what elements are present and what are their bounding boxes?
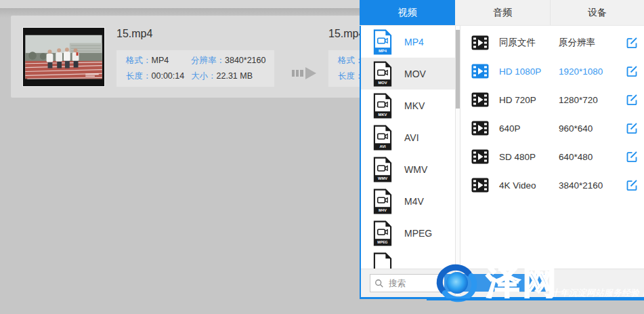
size-label: 大小： bbox=[191, 71, 217, 81]
svg-text:MKV: MKV bbox=[379, 113, 387, 117]
edit-icon[interactable] bbox=[625, 121, 639, 135]
avi-file-icon: AVI bbox=[372, 124, 393, 151]
resolution-name: SD 480P bbox=[499, 152, 559, 162]
format-item-wmv[interactable]: WMV WMV bbox=[361, 153, 455, 185]
resolution-name: 同原文件 bbox=[499, 37, 559, 49]
output-format-panel: 视频 音频 设备 MP4 MP4 bbox=[360, 0, 644, 299]
film-icon bbox=[471, 35, 489, 50]
film-icon bbox=[471, 92, 489, 107]
format-item-label: MKV bbox=[404, 100, 425, 111]
resolution-name: 4K Video bbox=[499, 180, 559, 191]
format-tabbar: 视频 音频 设备 bbox=[360, 0, 644, 26]
mpeg-file-icon: MPEG bbox=[372, 220, 393, 247]
resolution-name: HD 720P bbox=[499, 95, 559, 105]
thumbnail-scene-students-on-track bbox=[23, 28, 104, 86]
svg-text:WMV: WMV bbox=[378, 176, 387, 180]
format-item-label: M4V bbox=[404, 196, 424, 207]
format-item-label: AVI bbox=[404, 132, 419, 143]
source-format: 格式：MP4 bbox=[126, 53, 191, 68]
format-list-scrollbar[interactable] bbox=[455, 26, 460, 295]
edit-icon[interactable] bbox=[625, 64, 639, 78]
format-item-avi[interactable]: AVI AVI bbox=[361, 121, 455, 153]
format-list: MP4 MP4 MOV MOV bbox=[361, 26, 455, 269]
mp4-file-icon: MP4 bbox=[372, 28, 393, 56]
svg-text:MP4: MP4 bbox=[379, 49, 387, 53]
duration-value: 00:00:14 bbox=[152, 71, 185, 81]
source-duration: 长度：00:00:14 bbox=[126, 68, 191, 84]
search-icon bbox=[374, 279, 384, 288]
edit-icon[interactable] bbox=[625, 93, 639, 106]
resolution-list: 同原文件 原分辨率 HD 1080P 1920*1080 bbox=[460, 26, 644, 269]
mkv-file-icon: MKV bbox=[372, 92, 393, 119]
format-item-mov[interactable]: MOV MOV bbox=[361, 58, 455, 90]
film-icon bbox=[471, 121, 489, 136]
duration-label: 长度： bbox=[126, 71, 152, 81]
svg-text:AVI: AVI bbox=[379, 144, 386, 149]
edit-icon[interactable] bbox=[625, 178, 639, 192]
resolution-value: 1280*720 bbox=[559, 95, 621, 105]
edit-icon[interactable] bbox=[625, 150, 639, 163]
resolution-name: HD 1080P bbox=[499, 66, 559, 77]
format-search[interactable] bbox=[370, 274, 443, 292]
edit-icon[interactable] bbox=[625, 36, 639, 50]
resolution-option-640p[interactable]: 640P 960*640 bbox=[460, 114, 644, 142]
resolution-label: 分辨率： bbox=[191, 56, 225, 65]
resolution-option-hd720p[interactable]: HD 720P 1280*720 bbox=[460, 85, 644, 114]
resolution-value: 1920*1080 bbox=[559, 66, 621, 77]
format-label: 格式： bbox=[126, 56, 152, 65]
resolution-value: 原分辨率 bbox=[559, 37, 621, 49]
app-window: 15.mp4 格式：MP4 分辨率：3840*2160 长度：00:00:14 … bbox=[0, 0, 644, 314]
format-item-partial[interactable] bbox=[361, 249, 455, 269]
resolution-value: 960*640 bbox=[559, 123, 621, 134]
source-size: 大小：22.31 MB bbox=[191, 68, 274, 84]
format-value: MP4 bbox=[152, 56, 169, 65]
wmv-file-icon: WMV bbox=[372, 156, 393, 183]
film-icon bbox=[471, 64, 489, 79]
mov-file-icon: MOV bbox=[372, 60, 393, 87]
format-item-label: MP4 bbox=[404, 37, 424, 47]
svg-text:MPEG: MPEG bbox=[377, 240, 387, 244]
film-icon bbox=[471, 178, 489, 193]
size-value: 22.31 MB bbox=[217, 71, 253, 81]
format-item-label: MPEG bbox=[404, 228, 432, 239]
video-thumbnail bbox=[22, 27, 105, 87]
resolution-option-original[interactable]: 同原文件 原分辨率 bbox=[460, 28, 644, 57]
resolution-option-4k[interactable]: 4K Video 3840*2160 bbox=[460, 171, 644, 199]
format-item-m4v[interactable]: M4V M4V bbox=[361, 185, 455, 217]
tab-video[interactable]: 视频 bbox=[360, 0, 455, 25]
m4v-file-icon: M4V bbox=[372, 188, 393, 215]
resolution-value: 3840*2160 bbox=[559, 180, 621, 191]
resolution-option-hd1080p[interactable]: HD 1080P 1920*1080 bbox=[460, 57, 644, 85]
scrollbar-thumb[interactable] bbox=[456, 30, 460, 109]
source-file-info: 格式：MP4 分辨率：3840*2160 长度：00:00:14 大小：22.3… bbox=[116, 50, 274, 87]
format-item-mp4[interactable]: MP4 MP4 bbox=[361, 26, 455, 58]
tab-device[interactable]: 设备 bbox=[550, 0, 644, 25]
resolution-name: 640P bbox=[499, 123, 559, 134]
search-input[interactable] bbox=[387, 278, 437, 289]
panel-bottom-bar: 确定 bbox=[361, 269, 644, 297]
source-resolution: 分辨率：3840*2160 bbox=[191, 53, 274, 68]
svg-text:M4V: M4V bbox=[379, 208, 387, 212]
svg-text:MOV: MOV bbox=[378, 81, 387, 85]
format-item-mpeg[interactable]: MPEG MPEG bbox=[361, 217, 455, 249]
resolution-option-sd480p[interactable]: SD 480P 640*480 bbox=[460, 142, 644, 171]
format-item-mkv[interactable]: MKV MKV bbox=[361, 90, 455, 121]
confirm-button[interactable]: 确定 bbox=[492, 274, 527, 292]
resolution-value: 640*480 bbox=[559, 152, 621, 162]
format-item-label: MOV bbox=[404, 68, 426, 79]
film-icon bbox=[471, 149, 489, 164]
tab-audio[interactable]: 音频 bbox=[455, 0, 550, 25]
source-file-name: 15.mp4 bbox=[116, 28, 152, 40]
convert-arrow-icon bbox=[291, 66, 318, 81]
format-item-label: WMV bbox=[404, 164, 427, 175]
resolution-value: 3840*2160 bbox=[225, 56, 265, 65]
partial-file-icon bbox=[372, 252, 393, 269]
